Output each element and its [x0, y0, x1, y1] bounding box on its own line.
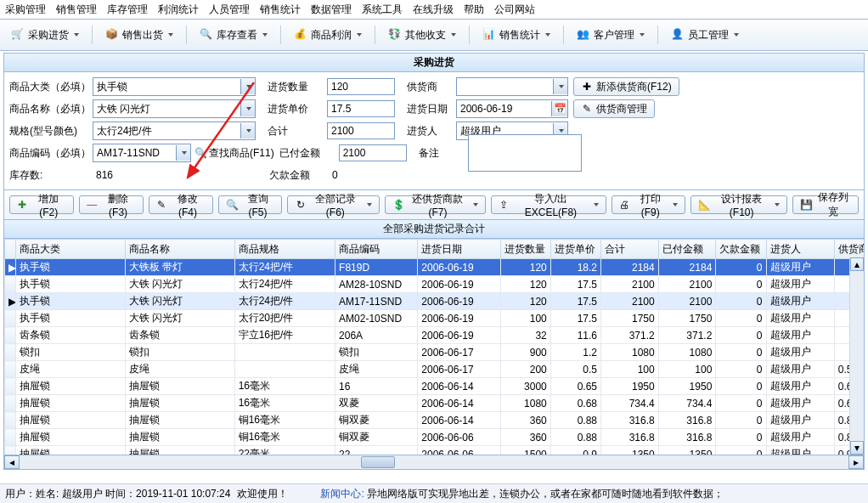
column-header[interactable]: 商品大类	[15, 240, 125, 259]
menu-item[interactable]: 人员管理	[209, 3, 250, 17]
table-row[interactable]: 抽屉锁抽屉锁铜16毫米铜双菱2006-06-143600.88316.8316.…	[5, 412, 865, 429]
menu-item[interactable]: 在线升级	[413, 3, 454, 17]
scroll-right-icon[interactable]: ▸	[848, 455, 864, 469]
menu-item[interactable]: 利润统计	[158, 3, 199, 17]
records-table[interactable]: 商品大类商品名称商品规格商品编码进货日期进货数量进货单价合计已付金额欠款金额进货…	[4, 239, 865, 455]
table-row[interactable]: 抽屉锁抽屉锁16毫米双菱2006-06-1410800.68734.4734.4…	[5, 395, 865, 412]
code-input[interactable]	[93, 145, 176, 161]
toolbar-cust-button[interactable]: 👥客户管理	[571, 25, 651, 45]
menu-item[interactable]: 库存管理	[107, 3, 148, 17]
menu-item[interactable]: 销售管理	[56, 3, 97, 17]
menu-item[interactable]: 数据管理	[311, 3, 352, 17]
toolbar-other-button[interactable]: 💱其他收支	[382, 25, 462, 45]
label-qty: 进货数量	[256, 80, 327, 94]
column-header[interactable]: 进货日期	[418, 240, 500, 259]
date-combo[interactable]: 📅	[456, 99, 568, 118]
total-input[interactable]	[327, 122, 395, 139]
table-row[interactable]: ▶执手锁大铁 闪光灯太行24把/件AM17-11SND2006-06-19120…	[5, 293, 865, 310]
excel-button[interactable]: ⇪导入/出EXCEL(F8)	[491, 195, 606, 214]
calendar-icon[interactable]: 📅	[551, 101, 567, 116]
table-row[interactable]: 锁扣锁扣锁扣2006-06-179001.2108010800超级用户	[5, 344, 865, 361]
toolbar-cart-button[interactable]: 🛒采购进货	[5, 25, 85, 45]
name-combo[interactable]	[93, 99, 256, 118]
find-product-button[interactable]: 🔍查找商品(F11)	[194, 146, 274, 161]
vertical-scrollbar[interactable]: ▴ ▾	[849, 257, 864, 455]
table-row[interactable]: 抽屉锁抽屉锁22毫米222006-06-0615000.9135013500超级…	[5, 446, 865, 456]
table-row[interactable]: 执手锁大铁 闪光灯太行24把/件AM28-10SND2006-06-191201…	[5, 276, 865, 293]
supplier-mgmt-button[interactable]: ✎供货商管理	[573, 99, 655, 118]
dropdown-icon[interactable]	[553, 79, 567, 94]
label-category: 商品大类（必填）	[4, 80, 93, 94]
table-row[interactable]: 抽屉锁抽屉锁16毫米162006-06-1430000.65195019500超…	[5, 378, 865, 395]
price-input[interactable]	[327, 100, 395, 117]
supplier-input[interactable]	[457, 79, 553, 94]
scroll-up-icon[interactable]: ▴	[850, 257, 864, 271]
toolbar-out-button[interactable]: 📦销售出货	[99, 25, 179, 45]
horizontal-scrollbar[interactable]: ◂ ▸	[3, 455, 865, 470]
edit-button[interactable]: ✎修改(F4)	[149, 195, 213, 214]
qty-input[interactable]	[327, 78, 395, 95]
dropdown-icon[interactable]	[176, 145, 190, 161]
column-header[interactable]: 商品规格	[234, 240, 335, 259]
menu-item[interactable]: 销售统计	[260, 3, 301, 17]
new-supplier-button[interactable]: ✚新添供货商(F12)	[573, 77, 679, 96]
print-button[interactable]: 🖨打印(F9)	[612, 195, 685, 214]
all-button[interactable]: ↻全部记录(F6)	[287, 195, 379, 214]
dropdown-icon[interactable]	[240, 79, 255, 94]
column-header[interactable]: 进货数量	[500, 240, 550, 259]
query-button[interactable]: 🔍查询(F5)	[218, 195, 283, 214]
column-header[interactable]: 商品编码	[335, 240, 418, 259]
table-row[interactable]: 齿条锁齿条锁宇立16把/件206A2006-06-193211.6371.237…	[5, 327, 865, 344]
supplier-combo[interactable]	[456, 77, 568, 96]
chevron-down-icon	[357, 33, 362, 37]
table-row[interactable]: 执手锁大铁 闪光灯太行20把/件AM02-10SND2006-06-191001…	[5, 310, 865, 327]
code-combo[interactable]	[93, 144, 191, 162]
category-combo[interactable]	[93, 77, 256, 96]
paid-input[interactable]	[339, 144, 407, 161]
search-icon: 🔍	[194, 147, 207, 159]
name-input[interactable]	[93, 101, 240, 116]
excel-icon: ⇪	[499, 199, 509, 211]
table-row[interactable]: 皮绳皮绳皮绳2006-06-172000.51001000超级用户0.50	[5, 361, 865, 378]
menu-item[interactable]: 系统工具	[362, 3, 403, 17]
remark-input[interactable]	[468, 134, 582, 172]
dropdown-icon[interactable]	[240, 101, 255, 116]
menu-item[interactable]: 采购管理	[5, 3, 46, 17]
column-header[interactable]: 合计	[601, 240, 659, 259]
dropdown-icon[interactable]	[240, 123, 255, 138]
toolbar-stats-button[interactable]: 📊销售统计	[476, 25, 556, 45]
owe-icon: 💲	[392, 199, 404, 211]
del-button[interactable]: —删除(F3)	[79, 195, 144, 214]
menu-item[interactable]: 公司网站	[494, 3, 535, 17]
chevron-down-icon	[473, 203, 478, 206]
scroll-thumb[interactable]	[361, 456, 395, 468]
toolbar-profit-button[interactable]: 💰商品利润	[288, 25, 368, 45]
add-button[interactable]: ✚增加(F2)	[9, 195, 74, 214]
table-row[interactable]: ▶执手锁大铁板 带灯太行24把/件F819D2006-06-1912018.22…	[5, 259, 865, 276]
label-person: 进货人	[395, 124, 456, 138]
spec-input[interactable]	[93, 123, 240, 138]
status-welcome: 欢迎使用！	[237, 487, 288, 501]
owe-button[interactable]: 💲还供货商款(F7)	[385, 195, 486, 214]
column-header[interactable]: 进货单价	[550, 240, 600, 259]
date-input[interactable]	[457, 101, 551, 116]
status-bar: 用户：姓名: 超级用户 时间：2019-11-01 10:07:24 欢迎使用！…	[0, 483, 868, 503]
column-header[interactable]: 进货人	[766, 240, 834, 259]
savecol-button[interactable]: 💾保存列宽	[792, 195, 859, 214]
column-header[interactable]: 商品名称	[125, 240, 234, 259]
design-button[interactable]: 📐设计报表(F10)	[690, 195, 787, 214]
scroll-down-icon[interactable]: ▾	[850, 441, 864, 455]
menu-item[interactable]: 帮助	[464, 3, 484, 17]
main-toolbar: 🛒采购进货📦销售出货🔍库存查看💰商品利润💱其他收支📊销售统计👥客户管理👤员工管理	[0, 20, 868, 51]
spec-combo[interactable]	[93, 122, 256, 140]
scroll-left-icon[interactable]: ◂	[4, 455, 20, 469]
category-input[interactable]	[93, 79, 240, 94]
toolbar-staff-button[interactable]: 👤员工管理	[665, 25, 745, 45]
chevron-down-icon	[775, 203, 780, 206]
edit-icon: ✎	[156, 199, 167, 211]
column-header[interactable]: 已付金额	[658, 240, 716, 259]
table-row[interactable]: 抽屉锁抽屉锁铜16毫米铜双菱2006-06-063600.88316.8316.…	[5, 429, 865, 446]
column-header[interactable]: 欠款金额	[716, 240, 766, 259]
column-header[interactable]: 供货商	[834, 240, 865, 259]
toolbar-stock-button[interactable]: 🔍库存查看	[194, 25, 273, 45]
